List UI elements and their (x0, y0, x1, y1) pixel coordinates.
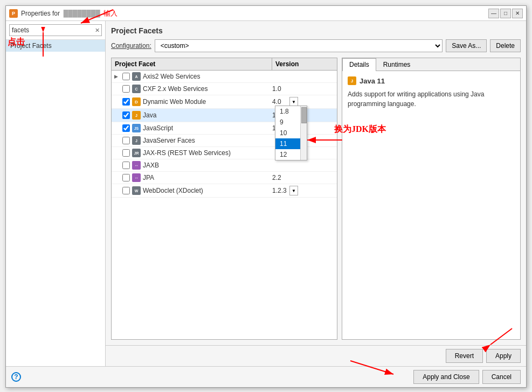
dropdown-item-11[interactable]: 11 (275, 138, 300, 149)
details-tabs: Details Runtimes (342, 58, 520, 71)
version-cell-cxf: 1.0 (272, 85, 337, 93)
facet-icon-webdoclet: W (132, 186, 141, 195)
facets-area: Project Facet Version ▶ A Axis2 Web Serv… (111, 58, 521, 340)
panel-header: Project Facets (111, 26, 521, 35)
table-row: ▶ ↔ JPA 2.2 (112, 172, 337, 184)
revert-button[interactable]: Revert (446, 349, 483, 363)
scroll-thumb (301, 107, 307, 123)
details-title: J Java 11 (348, 76, 515, 85)
details-panel: Details Runtimes J Java 11 Adds support … (342, 58, 521, 340)
version-text-cxf: 1.0 (272, 85, 288, 93)
facet-icon-cxf: C (132, 85, 141, 93)
config-select[interactable]: <custom> (155, 39, 443, 52)
dropdown-scrollbar[interactable] (300, 106, 307, 160)
facet-name-jsf: JavaServer Faces (143, 137, 272, 144)
help-icon[interactable]: ? (11, 372, 21, 382)
version-text-jpa: 2.2 (272, 174, 288, 181)
bottom-left: ? (11, 372, 21, 382)
search-input[interactable] (9, 24, 102, 36)
facet-name-java: Java (143, 111, 272, 119)
save-as-button[interactable]: Save As... (446, 39, 487, 52)
config-row: Configuration: <custom> Save As... Delet… (111, 39, 521, 52)
apply-close-button[interactable]: Apply and Close (413, 370, 479, 384)
facet-icon-dynamic-web: D (132, 97, 141, 106)
bottom-bar: ? Apply and Close Cancel (6, 366, 526, 387)
facet-name-axis2: Axis2 Web Services (143, 73, 272, 80)
details-content: J Java 11 Adds support for writing appli… (342, 71, 520, 339)
table-row: ▶ C CXF 2.x Web Services 1.0 (112, 83, 337, 95)
details-title-text: Java 11 (360, 77, 385, 85)
main-content: ✕ Project Facets Project Facets Configur… (6, 21, 526, 366)
facet-checkbox-cxf[interactable] (122, 85, 130, 93)
facet-icon-javascript: JS (132, 124, 141, 132)
version-dropdown-btn-webdoclet[interactable]: ▼ (289, 186, 298, 195)
dropdown-item-10[interactable]: 10 (275, 128, 300, 138)
search-box-container: ✕ (6, 21, 105, 40)
facet-checkbox-javascript[interactable] (122, 124, 130, 132)
sidebar: ✕ Project Facets (6, 21, 106, 366)
action-bar: Revert Apply (106, 345, 526, 366)
facet-name-jpa: JPA (143, 174, 272, 181)
sidebar-item-label: Project Facets (10, 42, 52, 50)
facet-checkbox-jaxb[interactable] (122, 162, 130, 169)
col-header-version: Version (272, 58, 337, 70)
search-clear-icon[interactable]: ✕ (95, 27, 100, 34)
content-panel: Project Facets Configuration: <custom> S… (106, 21, 526, 345)
details-description: Adds support for writing applications us… (348, 89, 515, 109)
facet-icon-jaxb: ↔ (132, 161, 141, 170)
facet-checkbox-jpa[interactable] (122, 174, 130, 181)
table-row: ▶ W WebDoclet (XDoclet) 1.2.3 ▼ (112, 184, 337, 198)
facet-checkbox-jsf[interactable] (122, 137, 130, 144)
facet-icon-jpa: ↔ (132, 173, 141, 182)
facet-checkbox-dynamic-web[interactable] (122, 98, 130, 106)
dropdown-item-9[interactable]: 9 (275, 117, 300, 128)
facet-icon-jsf: J (132, 136, 141, 145)
facet-name-javascript: JavaScript (143, 124, 272, 132)
right-content: Project Facets Configuration: <custom> S… (106, 21, 526, 366)
title-bar-icon: P (9, 9, 18, 18)
dialog-window: P Properties for ████████ 输入 — □ ✕ ✕ Pro… (5, 5, 527, 388)
bottom-right: Apply and Close Cancel (413, 370, 521, 384)
facets-table-panel: Project Facet Version ▶ A Axis2 Web Serv… (111, 58, 337, 340)
facet-checkbox-webdoclet[interactable] (122, 187, 130, 194)
facet-icon-axis2: A (132, 72, 141, 81)
apply-button[interactable]: Apply (486, 349, 521, 363)
facet-name-jaxb: JAXB (143, 162, 272, 169)
expand-icon[interactable]: ▶ (112, 74, 120, 79)
title-bar-buttons: — □ ✕ (488, 9, 523, 18)
close-button[interactable]: ✕ (512, 9, 523, 18)
facet-icon-java: J (132, 111, 141, 120)
dropdown-item-1.8[interactable]: 1.8 (275, 106, 300, 117)
sidebar-item-project-facets[interactable]: Project Facets (6, 40, 105, 52)
title-bar-text: Properties for ████████ 输入 (21, 9, 488, 18)
version-text-dynamic-web: 4.0 (272, 98, 288, 106)
dropdown-item-12[interactable]: 12 (275, 149, 300, 160)
table-row: ▶ ↔ JAXB (112, 159, 337, 172)
version-text-webdoclet: 1.2.3 (272, 187, 288, 194)
facet-name-jaxrs: JAX-RS (REST Web Services) (143, 149, 272, 157)
tab-runtimes[interactable]: Runtimes (376, 58, 418, 71)
java-version-dropdown: 1.8 9 10 11 12 (275, 106, 307, 160)
facet-name-dynamic-web: Dynamic Web Module (143, 98, 272, 106)
facet-name-cxf: CXF 2.x Web Services (143, 85, 272, 93)
delete-button[interactable]: Delete (490, 39, 521, 52)
config-label: Configuration: (111, 42, 151, 50)
version-cell-jpa: 2.2 (272, 174, 337, 181)
facet-checkbox-java[interactable] (122, 111, 130, 119)
facet-checkbox-axis2[interactable] (122, 73, 130, 80)
cancel-button[interactable]: Cancel (482, 370, 521, 384)
details-title-icon: J (348, 76, 356, 85)
table-header: Project Facet Version (112, 58, 337, 71)
title-bar: P Properties for ████████ 输入 — □ ✕ (6, 6, 526, 21)
facet-name-webdoclet: WebDoclet (XDoclet) (143, 187, 272, 194)
facet-checkbox-jaxrs[interactable] (122, 149, 130, 157)
version-cell-webdoclet: 1.2.3 ▼ (272, 186, 337, 195)
maximize-button[interactable]: □ (500, 9, 511, 18)
facet-icon-jaxrs: JR (132, 149, 141, 157)
tab-details[interactable]: Details (342, 58, 376, 71)
col-header-facet: Project Facet (112, 58, 272, 70)
minimize-button[interactable]: — (488, 9, 499, 18)
table-row: ▶ A Axis2 Web Services (112, 71, 337, 83)
